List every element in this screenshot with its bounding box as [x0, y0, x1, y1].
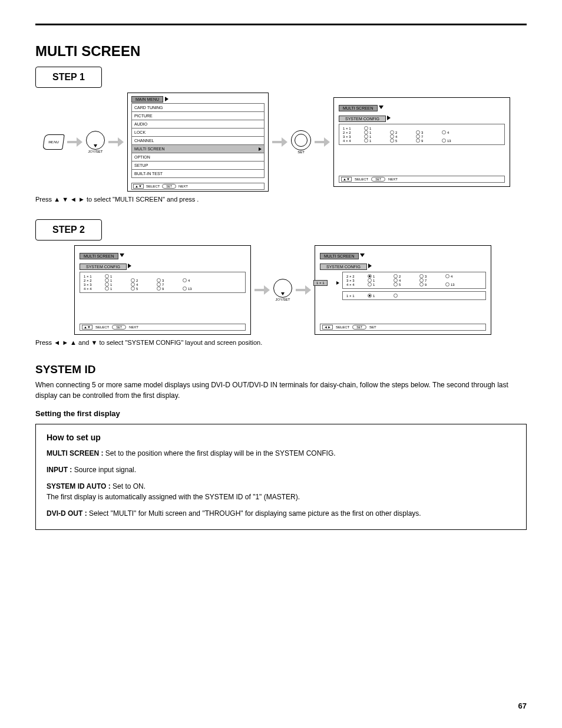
arrow-icon	[108, 139, 124, 145]
triangle-icon	[165, 97, 168, 101]
ms-options-panel-extra: 1 × 11	[342, 291, 486, 300]
menu-item-selected: MULTI SCREEN	[131, 144, 265, 153]
arrow-glyphs: ▲ ▼ ◄ ►	[54, 196, 87, 203]
menu-item: PICTURE	[131, 111, 265, 120]
arrow-icon	[272, 139, 287, 145]
set-button-icon	[291, 130, 311, 150]
set-pill-icon: SET	[352, 325, 366, 330]
menu-item: SETUP	[131, 161, 265, 170]
set-label: SET	[291, 150, 311, 154]
updown-icon: ▲▼	[133, 184, 144, 189]
how-item: SYSTEM ID AUTO : Set to ON. The first di…	[47, 481, 515, 502]
set-pill-icon: SET	[162, 184, 176, 189]
how-to-title: How to set up	[47, 433, 515, 442]
joystick-icon	[273, 279, 292, 298]
first-display-heading: Setting the first display	[35, 409, 527, 418]
joystick-icon	[86, 131, 105, 150]
ms-title: MULTI SCREEN	[339, 105, 378, 111]
menu-item: LOCK	[131, 128, 265, 137]
arrow-glyphs: ▼	[91, 339, 99, 346]
triangle-down-icon	[379, 106, 384, 109]
triangle-icon	[387, 116, 391, 120]
page-number: 67	[518, 701, 527, 710]
triangle-icon	[336, 281, 339, 285]
arrows-icon: ◄►	[322, 325, 333, 330]
menu-item: OPTION	[131, 153, 265, 162]
step1-flow: MENU JOY/SET MAIN MENU CARD TUNING PICTU…	[35, 93, 527, 192]
main-menu-screen: MAIN MENU CARD TUNING PICTURE AUDIO LOCK…	[127, 93, 269, 192]
system-id-heading: SYSTEM ID	[35, 363, 527, 376]
menu-key-icon: MENU	[42, 134, 65, 150]
ms-sub: SYSTEM CONFIG	[339, 116, 386, 122]
ms-sub: SYSTEM CONFIG	[80, 263, 127, 270]
multiscreen-screen: MULTI SCREEN SYSTEM CONFIG 1 × 11 2 × 21…	[333, 97, 510, 187]
page-title: MULTI SCREEN	[35, 43, 527, 60]
menu-item: CARD TUNING	[131, 103, 265, 112]
ms-sub: SYSTEM CONFIG	[320, 263, 367, 270]
step2-instruction: Press ◄ ► ▲ and ▼ to select "SYSTEM CONF…	[35, 338, 527, 347]
ms-footer: ▲▼ SELECT SET NEXT	[80, 324, 246, 331]
system-id-intro: When connecting 5 or more same model dis…	[35, 380, 527, 401]
ms-title: MULTI SCREEN	[320, 253, 359, 259]
triangle-down-icon	[120, 253, 124, 257]
joy-label: JOY/SET	[273, 298, 292, 301]
arrow-icon	[296, 287, 311, 293]
ms-options-panel: 2 × 21234 3 × 3147 4 × 415913	[342, 272, 486, 289]
arrow-icon	[254, 287, 270, 293]
menu-footer: ▲▼ SELECT SET NEXT	[131, 183, 265, 190]
step2-flow: MULTI SCREEN SYSTEM CONFIG 1 × 11 2 × 21…	[35, 245, 527, 335]
arrow-glyphs: ◄ ► ▲	[54, 339, 78, 346]
ms-title: MULTI SCREEN	[80, 253, 118, 259]
triangle-down-icon	[360, 253, 365, 257]
arrow-icon	[315, 139, 330, 145]
multiscreen-right: 1 × 1 MULTI SCREEN SYSTEM CONFIG 2 × 212…	[315, 245, 491, 335]
set-pill-icon: SET	[371, 177, 385, 182]
ms-footer: ◄► SELECT SET SET	[320, 324, 486, 331]
menu-item: CHANNEL	[131, 136, 265, 145]
step2-label: STEP 2	[35, 219, 102, 241]
updown-icon: ▲▼	[341, 177, 352, 182]
how-item: MULTI SCREEN : Set to the position where…	[47, 448, 515, 459]
menu-item: BUILT-IN TEST	[131, 169, 265, 178]
how-to-setup-box: How to set up MULTI SCREEN : Set to the …	[35, 424, 527, 530]
main-menu-title: MAIN MENU	[131, 96, 163, 103]
side-label: 1 × 1	[313, 280, 328, 286]
joy-label: JOY/SET	[86, 150, 105, 153]
step1-instruction: Press ▲ ▼ ◄ ► to select "MULTI SCREEN" a…	[35, 195, 527, 204]
ms-options-panel: 1 × 11 2 × 21234 3 × 3147 4 × 415913	[80, 272, 246, 293]
how-item: INPUT : Source input signal.	[47, 465, 515, 475]
triangle-icon	[259, 147, 262, 151]
menu-item: AUDIO	[131, 120, 265, 129]
set-pill-icon: SET	[112, 325, 126, 330]
how-item: DVI-D OUT : Select "MULTI" for Multi scr…	[47, 508, 515, 519]
ms-options-panel: 1 × 11 2 × 21234 3 × 3147 4 × 415913	[339, 124, 505, 145]
step1-label: STEP 1	[35, 67, 102, 88]
triangle-icon	[368, 263, 372, 268]
arrow-icon	[67, 139, 82, 145]
triangle-icon	[128, 263, 131, 268]
updown-icon: ▲▼	[82, 325, 92, 330]
ms-footer: ▲▼ SELECT SET NEXT	[339, 176, 505, 183]
multiscreen-left: MULTI SCREEN SYSTEM CONFIG 1 × 11 2 × 21…	[74, 245, 251, 335]
